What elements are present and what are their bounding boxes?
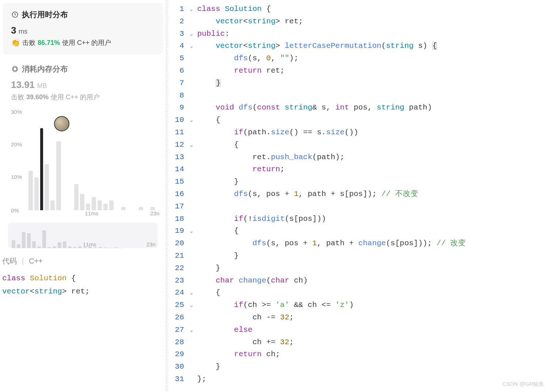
fold-toggle [187,311,196,324]
memory-title-text: 消耗内存分布 [22,64,68,74]
mini-bar [27,233,31,248]
beats-label: 击败 [22,38,35,47]
chip-icon [11,65,19,73]
runtime-number: 3 [11,25,16,36]
x-tick: 23n [146,241,156,247]
chart-bar[interactable] [121,207,126,210]
fold-toggle[interactable]: ⌄ [187,324,196,336]
mini-bar [37,246,41,249]
fold-toggle [187,237,196,250]
mini-bar [99,247,102,248]
memory-value: 13.91 MB [11,79,155,91]
mini-bar [119,248,123,248]
x-tick: 23n [150,210,159,216]
y-tick: 20% [11,141,22,147]
mini-bar [73,247,77,248]
chart-bar[interactable] [50,200,55,210]
runtime-beats: 👏 击败 86.71% 使用 C++ 的用户 [11,38,155,47]
runtime-distribution-chart[interactable]: 30% 20% 10% 0% 11ms 23n [3,112,163,219]
chart-bar[interactable] [86,204,90,210]
stats-panel: 执行用时分布 3 ms 👏 击败 86.71% 使用 C++ 的用户 消耗内存分… [0,0,166,392]
fold-toggle[interactable]: ⌄ [187,225,196,237]
runtime-title-text: 执行用时分布 [22,9,68,20]
mini-bar [32,241,36,248]
runtime-minimap[interactable]: 11ms 23n [8,223,158,248]
mini-bar [58,242,61,249]
fold-toggle[interactable]: ⌄ [187,28,196,40]
fold-toggle[interactable]: ⌄ [187,40,196,52]
fold-toggle[interactable]: ⌄ [187,287,196,299]
chart-bar[interactable] [40,128,43,210]
beats-suffix: 使用 C++ 的用户 [62,38,111,47]
chart-bar[interactable] [45,164,49,210]
mini-bar [93,247,97,248]
fold-toggle [187,250,196,262]
beats-pct: 39.60% [26,93,49,101]
fold-toggle[interactable]: ⌄ [187,299,196,311]
mini-bar [17,244,20,248]
mini-bar [47,247,51,248]
y-tick: 10% [11,174,22,180]
line-number-gutter: 1234567891011121314151617181920212223242… [168,0,187,392]
chart-bar[interactable] [109,200,114,210]
code-snippet-preview[interactable]: class Solution { vector<string> ret; [0,272,166,298]
mini-bar [53,246,56,249]
watermark: CSDN @GR鲸鱼 [503,381,544,388]
y-tick: 30% [11,109,22,115]
mini-bar [68,246,72,249]
fold-toggle [187,274,196,287]
fold-toggle [187,336,196,349]
fold-toggle [187,77,196,89]
chart-bar[interactable] [74,184,79,210]
mini-bar [42,230,46,249]
chart-bar[interactable] [56,141,61,210]
chart-bar[interactable] [103,204,108,210]
y-tick: 0% [11,207,19,214]
code-label: 代码 [2,256,17,266]
mini-bar [63,241,66,248]
fold-toggle [187,65,196,77]
code-area[interactable]: class Solution { vector<string> ret;publ… [196,0,550,392]
mini-bar [22,232,26,248]
fold-toggle [187,89,196,102]
fold-toggle[interactable]: ⌄ [187,139,196,151]
memory-title: 消耗内存分布 [11,64,155,74]
chart-bar[interactable] [28,171,33,210]
chart-bar[interactable] [98,200,102,210]
fold-toggle [187,213,196,225]
chart-bar[interactable] [80,194,84,210]
chart-bar[interactable] [34,177,39,210]
chart-bar[interactable] [139,207,143,210]
mini-bar [104,247,107,248]
fold-toggle [187,163,196,176]
runtime-title: 执行用时分布 [11,9,155,20]
code-editor[interactable]: 1234567891011121314151617181920212223242… [166,0,550,392]
fold-toggle [187,373,196,385]
beats-pct: 86.71% [38,39,60,47]
chart-bar[interactable] [92,197,96,210]
fold-toggle [187,151,196,164]
fold-toggle [187,176,196,188]
fold-gutter[interactable]: ⌄⌄⌄⌄⌄⌄⌄⌄⌄ [187,0,196,392]
runtime-unit: ms [19,28,27,35]
memory-number: 13.91 [11,79,35,90]
code-header: 代码 | C++ [0,248,166,272]
fold-toggle [187,15,196,28]
memory-beats: 击败 39.60% 使用 C++ 的用户 [11,93,155,101]
fold-toggle [187,200,196,213]
fold-toggle [187,52,196,65]
fold-toggle [187,361,196,373]
memory-card[interactable]: 消耗内存分布 13.91 MB 击败 39.60% 使用 C++ 的用户 [3,57,163,109]
runtime-value: 3 ms [11,25,155,36]
beats-suffix: 使用 C++ 的用户 [51,93,100,101]
mini-bar [109,248,112,248]
runtime-card[interactable]: 执行用时分布 3 ms 👏 击败 86.71% 使用 C++ 的用户 [3,3,163,54]
svg-rect-1 [13,67,17,71]
fold-toggle[interactable]: ⌄ [187,114,196,126]
chart-bar[interactable] [150,207,155,210]
fold-toggle[interactable]: ⌄ [187,3,196,15]
chart-bars [28,112,155,210]
clap-icon: 👏 [11,38,20,47]
memory-unit: MB [37,82,47,89]
fold-toggle [187,348,196,361]
